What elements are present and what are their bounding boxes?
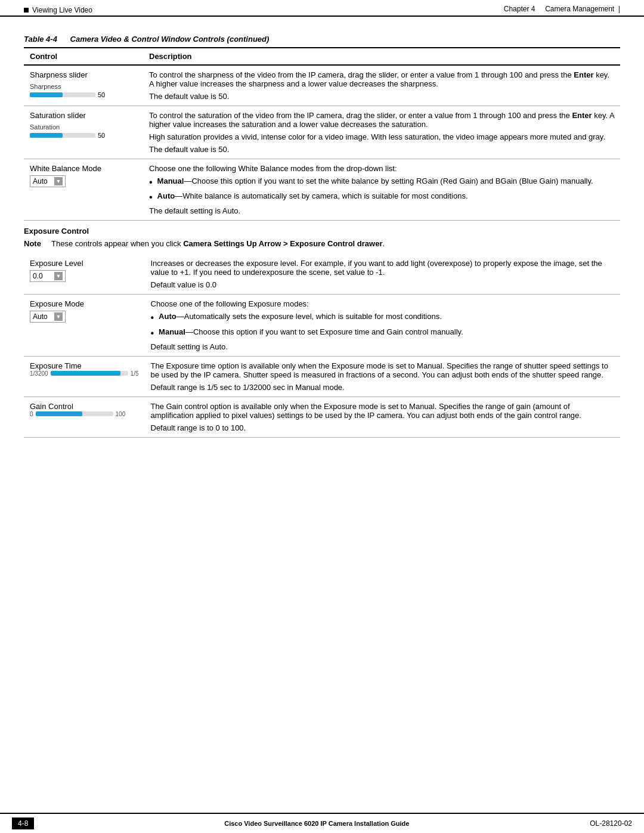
- exposure-mode-select[interactable]: Auto ▼: [30, 311, 66, 323]
- control-cell-whitebalance: White Balance Mode Auto ▼: [24, 159, 143, 221]
- sharpness-slider-row: 50: [30, 91, 137, 98]
- breadcrumb-area: Viewing Live Video: [24, 6, 92, 14]
- description-cell-exposure-mode: Choose one of the following Exposure mod…: [145, 295, 621, 356]
- sharpness-slider-label: Sharpness: [30, 83, 137, 90]
- control-cell-sharpness: Sharpness slider Sharpness 50: [24, 65, 143, 106]
- whitebalance-footer: The default setting is Auto.: [149, 206, 614, 215]
- saturation-desc-3: The default value is 50.: [149, 145, 614, 154]
- saturation-slider-track[interactable]: [30, 133, 95, 138]
- exposure-level-select[interactable]: 0.0 ▼: [30, 270, 66, 282]
- whitebalance-bullet-list: • Manual—Choose this option if you want …: [149, 176, 614, 203]
- exposure-time-range-left: 1/3200: [30, 370, 48, 377]
- exposure-mode-value: Auto: [33, 312, 54, 321]
- note-text: These controls appear when you click Cam…: [51, 239, 385, 248]
- chapter-label: Chapter 4: [504, 5, 535, 13]
- table-row: Saturation slider Saturation 50: [24, 106, 620, 159]
- control-name-exposure-level: Exposure Level: [30, 259, 139, 268]
- sharpness-slider-value: 50: [98, 91, 105, 98]
- control-cell-saturation: Saturation slider Saturation 50: [24, 106, 143, 159]
- description-cell-saturation: To control the saturation of the video f…: [143, 106, 620, 159]
- footer-left: 4-8: [12, 817, 44, 829]
- control-name-whitebalance: White Balance Mode: [30, 164, 137, 173]
- exposure-time-slider-fill: [51, 371, 120, 376]
- page-footer: 4-8 Cisco Video Surveillance 6020 IP Cam…: [0, 813, 644, 833]
- table-header-row: Control Description: [24, 48, 620, 65]
- list-item: • Auto—White balance is automatically se…: [149, 191, 614, 203]
- table-row: Exposure Mode Auto ▼ Choose one of the f…: [24, 295, 620, 356]
- description-cell-sharpness: To control the sharpness of the video fr…: [143, 65, 620, 106]
- exposure-section-heading: Exposure Control: [24, 227, 620, 236]
- control-cell-exposure-mode: Exposure Mode Auto ▼: [24, 295, 145, 356]
- whitebalance-intro: Choose one the following White Balance m…: [149, 164, 614, 173]
- exposure-time-range-right: 1/5: [131, 370, 139, 377]
- control-name-gain: Gain Control: [30, 402, 139, 411]
- gain-slider-row: 0 100: [30, 411, 139, 417]
- exposure-level-value: 0.0: [33, 272, 54, 280]
- exposure-table: Exposure Level 0.0 ▼ Increases or decrea…: [24, 254, 620, 437]
- main-content: Table 4-4 Camera Video & Control Window …: [0, 17, 644, 473]
- table-row: Gain Control 0 100 The Gain control opti…: [24, 397, 620, 437]
- exposure-mode-bullet-2: Manual—Choose this option if you want to…: [159, 327, 463, 336]
- sharpness-slider-track[interactable]: [30, 92, 95, 97]
- control-name-sharpness: Sharpness slider: [30, 70, 137, 79]
- sharpness-desc-1: To control the sharpness of the video fr…: [149, 70, 614, 88]
- gain-range-left: 0: [30, 411, 33, 417]
- table-row: White Balance Mode Auto ▼ Choose one the…: [24, 159, 620, 221]
- saturation-slider-widget: Saturation 50: [30, 123, 137, 139]
- gain-slider-track[interactable]: [36, 411, 113, 416]
- list-item: • Manual—Choose this option if you want …: [151, 327, 615, 339]
- whitebalance-bullet-1: Manual—Choose this option if you want to…: [157, 176, 593, 185]
- description-cell-exposure-time: The Exposure time option is available on…: [145, 356, 621, 397]
- bullet-icon: •: [151, 327, 154, 339]
- gain-slider-fill: [36, 411, 82, 416]
- bullet-icon: •: [151, 312, 154, 323]
- exposure-time-slider-track[interactable]: [51, 371, 128, 376]
- exposure-level-desc-2: Default value is 0.0: [151, 280, 615, 289]
- exposure-mode-bullet-1: Auto—Automatically sets the exposure lev…: [159, 312, 442, 321]
- description-cell-gain: The Gain control option is available onl…: [145, 397, 621, 437]
- description-cell-exposure-level: Increases or decreases the exposure leve…: [145, 254, 621, 295]
- page-header: Viewing Live Video Chapter 4 Camera Mana…: [0, 0, 644, 17]
- chapter-header: Chapter 4 Camera Management |: [504, 5, 620, 13]
- whitebalance-bullet-2: Auto—White balance is automatically set …: [157, 191, 468, 200]
- list-item: • Auto—Automatically sets the exposure l…: [151, 312, 615, 323]
- page-number: 4-8: [12, 817, 34, 829]
- table-row: Sharpness slider Sharpness 50: [24, 65, 620, 106]
- whitebalance-dropdown-arrow[interactable]: ▼: [54, 177, 63, 185]
- bullet-icon: •: [149, 176, 153, 188]
- col-description-header: Description: [143, 48, 620, 65]
- whitebalance-select[interactable]: Auto ▼: [30, 175, 66, 187]
- note-label: Note: [24, 239, 45, 248]
- exposure-level-desc-1: Increases or decreases the exposure leve…: [151, 259, 615, 277]
- table-name: Camera Video & Control Window Controls (…: [70, 35, 270, 44]
- exposure-level-dropdown-arrow[interactable]: ▼: [54, 272, 63, 280]
- breadcrumb: Viewing Live Video: [32, 6, 92, 14]
- gain-desc-2: Default range is to 0 to 100.: [151, 423, 615, 432]
- gain-range-right: 100: [116, 411, 126, 417]
- sharpness-slider-fill: [30, 92, 63, 97]
- saturation-slider-row: 50: [30, 132, 137, 139]
- exposure-time-desc-1: The Exposure time option is available on…: [151, 361, 615, 379]
- control-name-saturation: Saturation slider: [30, 111, 137, 120]
- exposure-mode-dropdown-arrow[interactable]: ▼: [54, 312, 63, 321]
- col-control-header: Control: [24, 48, 143, 65]
- saturation-desc-2: High saturation provides a vivid, intens…: [149, 132, 614, 141]
- footer-center-text: Cisco Video Surveillance 6020 IP Camera …: [224, 820, 409, 827]
- control-cell-gain: Gain Control 0 100: [24, 397, 145, 437]
- exposure-time-desc-2: Default range is 1/5 sec to 1/32000 sec …: [151, 383, 615, 392]
- table-title-row: Table 4-4 Camera Video & Control Window …: [24, 35, 620, 44]
- control-cell-exposure-level: Exposure Level 0.0 ▼: [24, 254, 145, 295]
- exposure-mode-intro: Choose one of the following Exposure mod…: [151, 299, 615, 308]
- main-table: Control Description Sharpness slider Sha…: [24, 47, 620, 221]
- table-row: Exposure Level 0.0 ▼ Increases or decrea…: [24, 254, 620, 295]
- chapter-title: Camera Management: [545, 5, 614, 13]
- saturation-slider-value: 50: [98, 132, 105, 139]
- whitebalance-select-value: Auto: [33, 177, 54, 185]
- bullet-icon: •: [149, 191, 153, 203]
- footer-right-text: OL-28120-02: [590, 819, 632, 828]
- control-name-exposure-mode: Exposure Mode: [30, 299, 139, 308]
- sharpness-slider-widget: Sharpness 50: [30, 83, 137, 98]
- sharpness-desc-2: The default value is 50.: [149, 92, 614, 101]
- saturation-desc-1: To control the saturation of the video f…: [149, 111, 614, 129]
- note-block: Note These controls appear when you clic…: [24, 239, 620, 248]
